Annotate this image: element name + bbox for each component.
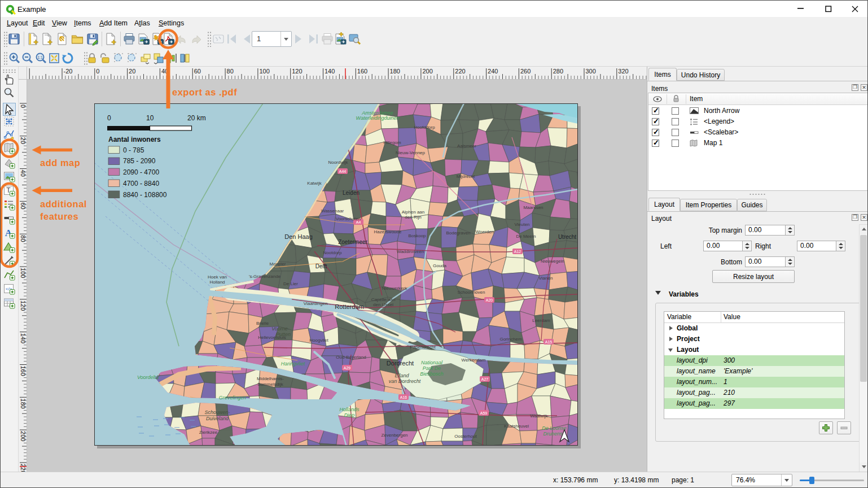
svg-text:A27: A27	[481, 377, 489, 381]
svg-text:Waalwijk: Waalwijk	[530, 413, 548, 419]
svg-text:A16: A16	[400, 395, 407, 399]
svg-text:220: 220	[20, 464, 27, 472]
svg-text:Biesbosch: Biesbosch	[420, 371, 444, 377]
svg-text:Diep: Diep	[344, 412, 355, 418]
svg-text:Duiveland: Duiveland	[206, 416, 229, 421]
svg-text:Zevenbergen: Zevenbergen	[381, 433, 407, 438]
svg-text:Schouwen-: Schouwen-	[204, 409, 230, 415]
svg-text:Oosterhout: Oosterhout	[454, 434, 477, 439]
svg-text:Oud-Beijerland: Oud-Beijerland	[336, 355, 366, 360]
svg-text:A29: A29	[344, 366, 351, 370]
svg-text:Hollands: Hollands	[339, 407, 360, 412]
svg-text:Park De: Park De	[423, 365, 441, 371]
svg-text:A59: A59	[480, 411, 488, 415]
svg-text:Grevelingen: Grevelingen	[219, 395, 247, 400]
svg-text:Sommelsdijk: Sommelsdijk	[257, 382, 283, 387]
svg-text:Eiland: Eiland	[394, 373, 409, 378]
svg-text:Werkendam: Werkendam	[462, 358, 486, 363]
svg-text:van Dordrecht: van Dordrecht	[389, 378, 421, 384]
svg-text:Zierikzee: Zierikzee	[199, 430, 218, 435]
svg-text:Kaatsheuvel: Kaatsheuvel	[504, 424, 529, 429]
svg-text:Nationaal: Nationaal	[421, 360, 443, 365]
svg-text:Voordelta: Voordelta	[137, 374, 159, 380]
svg-text:De Loonse: De Loonse	[542, 425, 567, 431]
svg-text:Middelharnis-: Middelharnis-	[257, 376, 284, 381]
svg-text:Dordrecht: Dordrecht	[387, 360, 414, 367]
svg-text:Haringvliet: Haringvliet	[281, 361, 305, 367]
